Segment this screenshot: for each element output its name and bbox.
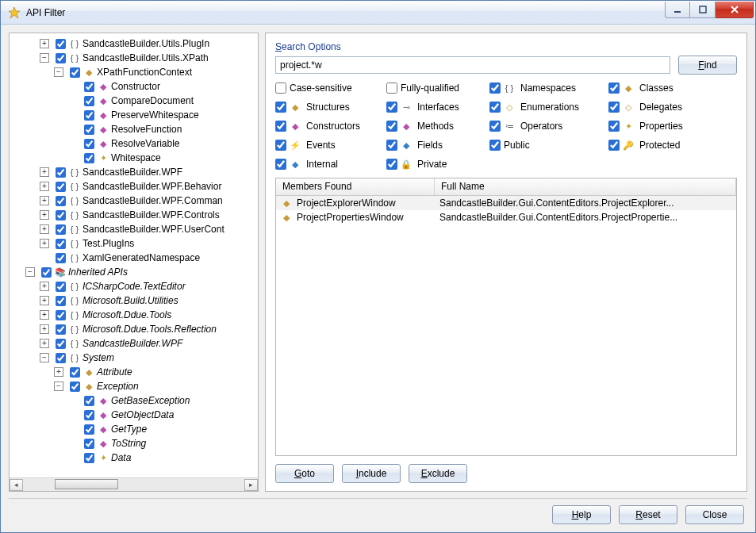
tree-node[interactable]: +{ }Microsoft.Build.Utilities bbox=[11, 293, 258, 308]
tree-checkbox[interactable] bbox=[84, 424, 94, 435]
filter-option[interactable]: ◆Classes bbox=[608, 82, 712, 94]
filter-checkbox[interactable] bbox=[608, 140, 620, 151]
tree-node[interactable]: ◆ToString bbox=[11, 436, 258, 451]
filter-checkbox[interactable] bbox=[386, 140, 397, 151]
tree-checkbox[interactable] bbox=[84, 410, 94, 420]
filter-checkbox[interactable] bbox=[386, 159, 397, 170]
tree-node[interactable]: ✦Whitespace bbox=[11, 151, 258, 165]
scroll-track[interactable] bbox=[23, 479, 244, 491]
filter-option[interactable]: ◆Structures bbox=[275, 102, 386, 113]
tree-node[interactable]: +{ }Test.PlugIns bbox=[11, 236, 258, 251]
result-row[interactable]: ◆ProjectExplorerWindowSandcastleBuilder.… bbox=[276, 196, 736, 210]
tree-checkbox[interactable] bbox=[56, 310, 66, 320]
tree-node[interactable]: ◆PreserveWhitespace bbox=[11, 108, 258, 122]
tree-checkbox[interactable] bbox=[56, 282, 66, 292]
tree-checkbox[interactable] bbox=[56, 353, 66, 363]
tree-node[interactable]: +{ }Microsoft.Ddue.Tools bbox=[11, 308, 258, 322]
tree-node[interactable]: −◆Exception bbox=[11, 379, 258, 393]
filter-checkbox[interactable] bbox=[275, 82, 286, 94]
find-button[interactable]: Find bbox=[678, 56, 737, 75]
tree-node[interactable]: +{ }SandcastleBuilder.WPF.Comman bbox=[11, 194, 258, 208]
tree-checkbox[interactable] bbox=[84, 139, 94, 149]
tree-node[interactable]: ◆GetBaseException bbox=[11, 393, 258, 408]
filter-option[interactable]: ◆Fields bbox=[386, 140, 489, 151]
filter-checkbox[interactable] bbox=[386, 102, 397, 113]
tree-checkbox[interactable] bbox=[84, 153, 94, 163]
tree-node[interactable]: +{ }SandcastleBuilder.WPF bbox=[11, 165, 258, 179]
filter-checkbox[interactable] bbox=[386, 82, 397, 94]
tree-node[interactable]: ◆CompareDocument bbox=[11, 94, 258, 108]
filter-checkbox[interactable] bbox=[608, 102, 620, 113]
expand-toggle[interactable]: + bbox=[40, 324, 49, 334]
api-tree[interactable]: +{ }SandcastleBuilder.Utils.PlugIn−{ }Sa… bbox=[11, 36, 258, 465]
filter-option[interactable]: ◆Methods bbox=[386, 121, 489, 132]
tree-node[interactable]: −{ }System bbox=[11, 351, 258, 365]
tree-checkbox[interactable] bbox=[84, 96, 94, 106]
goto-button[interactable]: Goto bbox=[275, 464, 334, 483]
filter-option[interactable]: ◇Delegates bbox=[608, 102, 712, 113]
tree-node[interactable]: +{ }Microsoft.Ddue.Tools.Reflection bbox=[11, 322, 258, 336]
tree-node[interactable]: +{ }SandcastleBuilder.WPF.UserCont bbox=[11, 222, 258, 236]
expand-toggle[interactable]: − bbox=[54, 67, 63, 77]
tree-node[interactable]: +{ }SandcastleBuilder.WPF.Controls bbox=[11, 208, 258, 222]
scroll-thumb[interactable] bbox=[55, 479, 118, 489]
tree-checkbox[interactable] bbox=[70, 382, 80, 392]
tree-checkbox[interactable] bbox=[56, 167, 66, 178]
tree-checkbox[interactable] bbox=[84, 125, 94, 135]
close-button[interactable] bbox=[716, 2, 754, 18]
filter-checkbox[interactable] bbox=[489, 121, 501, 132]
maximize-button[interactable] bbox=[690, 2, 716, 18]
filter-option[interactable]: ≔Operators bbox=[489, 121, 608, 132]
tree-checkbox[interactable] bbox=[56, 224, 66, 235]
tree-checkbox[interactable] bbox=[56, 196, 66, 206]
filter-option[interactable]: Fully-qualified bbox=[386, 82, 489, 94]
tree-node[interactable]: +{ }SandcastleBuilder.Utils.PlugIn bbox=[11, 36, 258, 51]
tree-checkbox[interactable] bbox=[41, 267, 52, 278]
tree-node[interactable]: +◆Attribute bbox=[11, 365, 258, 379]
help-button[interactable]: Help bbox=[552, 505, 611, 524]
tree-checkbox[interactable] bbox=[56, 296, 66, 306]
tree-node[interactable]: −📚Inherited APIs bbox=[11, 265, 258, 279]
filter-checkbox[interactable] bbox=[275, 140, 286, 151]
tree-checkbox[interactable] bbox=[56, 182, 66, 192]
tree-node[interactable]: +{ }ICSharpCode.TextEditor bbox=[11, 279, 258, 293]
tree-checkbox[interactable] bbox=[56, 39, 66, 49]
expand-toggle[interactable]: + bbox=[40, 182, 49, 191]
tree-node[interactable]: ◆GetObjectData bbox=[11, 408, 258, 422]
tree-checkbox[interactable] bbox=[84, 110, 94, 121]
column-full-name[interactable]: Full Name bbox=[435, 178, 736, 195]
expand-toggle[interactable]: + bbox=[40, 296, 49, 305]
filter-checkbox[interactable] bbox=[275, 159, 286, 170]
tree-checkbox[interactable] bbox=[56, 53, 66, 63]
expand-toggle[interactable]: + bbox=[40, 310, 49, 320]
tree-checkbox[interactable] bbox=[70, 67, 80, 78]
filter-option[interactable]: ⊸Interfaces bbox=[386, 102, 489, 113]
tree-checkbox[interactable] bbox=[56, 324, 66, 335]
tree-checkbox[interactable] bbox=[56, 339, 66, 349]
scroll-right-button[interactable]: ▸ bbox=[244, 479, 258, 491]
minimize-button[interactable] bbox=[665, 2, 690, 18]
filter-option[interactable]: ✦Properties bbox=[608, 121, 712, 132]
close-dialog-button[interactable]: Close bbox=[685, 505, 744, 524]
filter-option[interactable]: ◇Enumerations bbox=[489, 102, 608, 113]
expand-toggle[interactable]: + bbox=[40, 239, 49, 248]
filter-option[interactable]: ⚡Events bbox=[275, 140, 386, 151]
tree-checkbox[interactable] bbox=[84, 396, 94, 406]
tree-checkbox[interactable] bbox=[56, 239, 66, 249]
expand-toggle[interactable]: + bbox=[54, 367, 63, 377]
expand-toggle[interactable]: − bbox=[40, 353, 49, 362]
filter-option[interactable]: 🔒Private bbox=[386, 159, 489, 170]
tree-checkbox[interactable] bbox=[84, 82, 94, 92]
filter-checkbox[interactable] bbox=[489, 102, 501, 113]
filter-checkbox[interactable] bbox=[608, 82, 620, 94]
tree-node[interactable]: ◆ResolveVariable bbox=[11, 136, 258, 151]
result-row[interactable]: ◆ProjectPropertiesWindowSandcastleBuilde… bbox=[276, 210, 736, 224]
expand-toggle[interactable]: − bbox=[54, 382, 63, 391]
tree-node[interactable]: −◆XPathFunctionContext bbox=[11, 65, 258, 79]
tree-node[interactable]: ◆ResolveFunction bbox=[11, 122, 258, 136]
tree-scroll[interactable]: +{ }SandcastleBuilder.Utils.PlugIn−{ }Sa… bbox=[10, 33, 258, 477]
filter-checkbox[interactable] bbox=[275, 102, 286, 113]
reset-button[interactable]: Reset bbox=[619, 505, 677, 524]
expand-toggle[interactable]: + bbox=[40, 210, 49, 220]
results-body[interactable]: ◆ProjectExplorerWindowSandcastleBuilder.… bbox=[276, 196, 736, 455]
